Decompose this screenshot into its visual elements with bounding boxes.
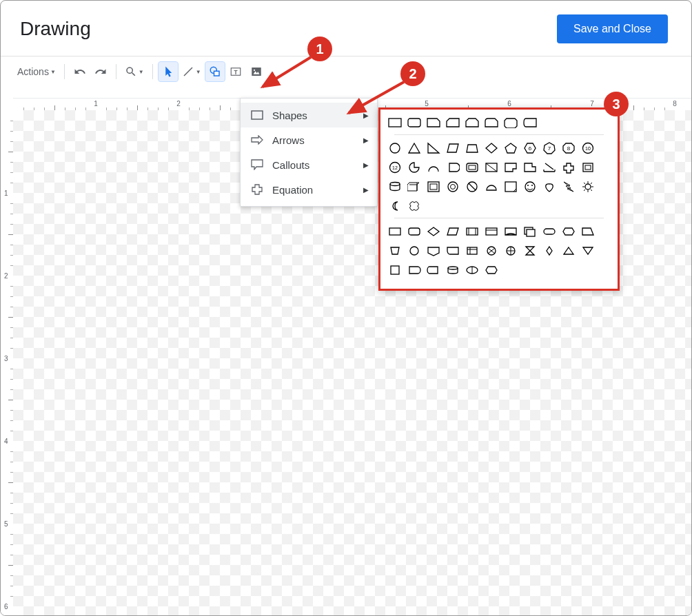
shape-basic-15[interactable] [465, 160, 480, 175]
shape-basic-27[interactable] [484, 179, 499, 194]
shape-basic-31[interactable] [561, 179, 576, 194]
shape-flow-26[interactable] [465, 263, 480, 278]
shape-basic-32[interactable] [580, 179, 596, 194]
shape-flow-20[interactable] [561, 243, 576, 258]
shape-basic-29[interactable] [522, 179, 538, 194]
shape-flow-8[interactable] [542, 224, 557, 239]
shape-basic-3[interactable] [445, 141, 460, 156]
redo-button[interactable] [91, 62, 110, 81]
svg-point-45 [585, 184, 591, 189]
shape-flow-25[interactable] [445, 263, 460, 278]
svg-rect-27 [467, 163, 478, 172]
shape-flow-27[interactable] [484, 263, 499, 278]
shape-tool-button[interactable] [205, 62, 225, 81]
shape-basic-18[interactable] [522, 160, 538, 175]
shape-basic-2[interactable] [426, 141, 441, 156]
textbox-tool-button[interactable]: T [226, 62, 245, 81]
shape-flow-14[interactable] [445, 243, 460, 258]
shape-basic-4[interactable] [465, 141, 480, 156]
svg-rect-58 [467, 228, 478, 235]
shape-flow-9[interactable] [561, 224, 576, 239]
shape-basic-14[interactable] [445, 160, 460, 175]
shape-basic-22[interactable] [387, 179, 403, 194]
shape-flow-19[interactable] [542, 243, 557, 258]
shape-basic-9[interactable]: 8 [561, 141, 576, 156]
save-and-close-button[interactable]: Save and Close [557, 14, 668, 43]
shape-basic-10[interactable]: 10 [580, 141, 596, 156]
shape-rect-6[interactable] [503, 115, 518, 130]
shape-flow-15[interactable] [465, 243, 480, 258]
shape-basic-20[interactable] [561, 160, 576, 175]
shape-flow-22[interactable] [387, 263, 403, 278]
shape-flow-2[interactable] [426, 224, 441, 239]
shape-rect-4[interactable] [465, 115, 480, 130]
shape-basic-5[interactable] [484, 141, 499, 156]
menu-item-arrows[interactable]: Arrows ▶ [241, 127, 377, 152]
svg-rect-54 [389, 228, 400, 235]
shape-flow-0[interactable] [387, 224, 403, 239]
shape-flow-18[interactable] [522, 243, 538, 258]
shape-flow-24[interactable] [426, 263, 441, 278]
svg-line-89 [349, 82, 404, 113]
shape-basic-23[interactable] [407, 179, 422, 194]
shape-basic-17[interactable] [503, 160, 518, 175]
svg-rect-1 [214, 71, 219, 76]
shape-flow-5[interactable] [484, 224, 499, 239]
svg-rect-83 [391, 266, 399, 274]
shape-flow-11[interactable] [387, 243, 403, 258]
shape-basic-16[interactable] [484, 160, 499, 175]
shape-basic-0[interactable] [387, 141, 403, 156]
menu-item-callouts[interactable]: Callouts ▶ [241, 152, 377, 177]
svg-point-10 [390, 143, 400, 153]
shape-basic-8[interactable]: 7 [542, 141, 557, 156]
svg-line-51 [591, 189, 592, 191]
shape-flow-12[interactable] [407, 243, 422, 258]
shape-basic-30[interactable] [542, 179, 557, 194]
shape-flow-17[interactable] [503, 243, 518, 258]
shape-flow-13[interactable] [426, 243, 441, 258]
shape-flow-23[interactable] [407, 263, 422, 278]
shape-basic-7[interactable]: 6 [522, 141, 538, 156]
svg-text:6: 6 [529, 145, 532, 152]
shape-basic-33[interactable] [387, 198, 403, 214]
menu-item-equation[interactable]: Equation ▶ [241, 177, 377, 202]
shape-flow-3[interactable] [445, 224, 460, 239]
shape-basic-19[interactable] [542, 160, 557, 175]
shape-basic-12[interactable] [407, 160, 422, 175]
separator [152, 64, 153, 79]
shape-basic-1[interactable] [407, 141, 422, 156]
shape-flow-7[interactable] [522, 224, 538, 239]
shape-basic-13[interactable] [426, 160, 441, 175]
svg-rect-70 [467, 247, 477, 254]
shape-basic-25[interactable] [445, 179, 460, 194]
shape-basic-26[interactable] [465, 179, 480, 194]
shape-basic-21[interactable] [580, 160, 596, 175]
shape-flow-16[interactable] [484, 243, 499, 258]
shape-rect-7[interactable] [522, 115, 538, 130]
undo-button[interactable] [70, 62, 90, 81]
svg-rect-55 [409, 228, 420, 235]
ruler-v-label: 5 [4, 520, 8, 528]
shape-basic-11[interactable]: 12 [387, 160, 403, 175]
shape-flow-6[interactable] [503, 224, 518, 239]
shape-flow-21[interactable] [580, 243, 596, 258]
select-tool-button[interactable] [159, 62, 178, 81]
shape-flow-1[interactable] [407, 224, 422, 239]
shape-basic-35[interactable] [426, 198, 441, 214]
actions-menu-button[interactable]: Actions ▼ [14, 62, 59, 81]
shape-flow-4[interactable] [465, 224, 480, 239]
shape-basic-34[interactable] [407, 198, 422, 214]
shape-basic-24[interactable] [426, 179, 441, 194]
svg-rect-34 [428, 182, 439, 192]
shape-basic-28[interactable] [503, 179, 518, 194]
shape-rect-3[interactable] [445, 115, 460, 130]
svg-marker-57 [447, 228, 458, 235]
shape-rect-2[interactable] [426, 115, 441, 130]
shape-flow-10[interactable] [580, 224, 596, 239]
zoom-icon [125, 65, 137, 78]
zoom-button[interactable]: ▼ [122, 62, 147, 81]
shape-rect-5[interactable] [484, 115, 499, 130]
shape-basic-6[interactable] [503, 141, 518, 156]
svg-marker-13 [447, 144, 458, 152]
line-tool-button[interactable]: ▼ [179, 62, 204, 81]
